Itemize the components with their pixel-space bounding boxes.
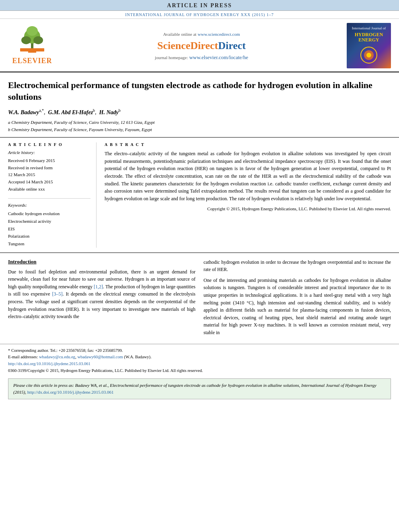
- ref-link-2[interactable]: [3–5]: [52, 291, 63, 297]
- cover-big-title: HYDROGEN ENERGY: [350, 32, 388, 43]
- article-body: Introduction Due to fossil fuel depletio…: [0, 253, 399, 344]
- keyword-2: Electrochemical activity: [8, 218, 90, 225]
- sciencedirect-logo: ScienceDirectDirect: [157, 40, 246, 52]
- received-revised-label: Received in revised form: [8, 164, 90, 172]
- keyword-5: Tungsten: [8, 240, 90, 248]
- svg-point-9: [366, 53, 371, 58]
- issn-line: 0360-3199/Copyright © 2015, Hydrogen Ene…: [8, 368, 391, 374]
- abstract-text: The electro–catalytic activity of the tu…: [105, 150, 391, 202]
- article-info-heading: A R T I C L E I N F O: [8, 142, 90, 147]
- svg-point-5: [27, 26, 38, 36]
- authors-line: W.A. Badawya,*, G.M. Abd El-Hafezb, H. N…: [8, 108, 391, 116]
- author2-name: G.M. Abd El-Hafez: [48, 109, 93, 115]
- svg-point-4: [33, 36, 43, 44]
- right-para2: One of the interesting and promising mat…: [204, 277, 391, 337]
- article-info-column: A R T I C L E I N F O Article history: R…: [8, 142, 97, 247]
- keyword-4: Polarization: [8, 232, 90, 240]
- journal-homepage-line: journal homepage: www.elsevier.com/locat…: [155, 54, 248, 61]
- available-online: Available online xxx: [8, 186, 90, 193]
- right-para1: cathodic hydrogen evolution in order to …: [204, 259, 391, 273]
- email1-link[interactable]: wbadawy@cu.edu.eg: [39, 355, 75, 359]
- introduction-heading: Introduction: [8, 259, 195, 265]
- email2-link[interactable]: wbadawy60@hotmail.com: [77, 355, 123, 359]
- body-right-column: cathodic hydrogen evolution in order to …: [204, 259, 391, 340]
- accepted-date: Accepted 14 March 2015: [8, 179, 90, 186]
- affil-b: b Chemistry Department, Faculty of Scien…: [8, 126, 391, 134]
- elsevier-wordmark: ELSEVIER: [12, 57, 52, 65]
- doi-link[interactable]: http://dx.doi.org/10.1016/j.ijhydene.201…: [8, 362, 90, 366]
- email-addresses-line: E-mail addresses: wbadawy@cu.edu.eg, wba…: [8, 354, 391, 361]
- keywords-section: Keywords: Cathodic hydrogen evolution El…: [8, 198, 90, 247]
- keywords-label: Keywords:: [8, 203, 90, 207]
- author3-name: H. Nady: [99, 109, 119, 115]
- sciencedirect-url[interactable]: www.sciencedirect.com: [198, 32, 240, 37]
- history-label: Article history:: [8, 150, 90, 155]
- introduction-para1: Due to fossil fuel depletion and environ…: [8, 268, 195, 320]
- header-center: Available online at www.sciencedirect.co…: [60, 23, 343, 68]
- cover-title: International Journal of: [352, 26, 386, 31]
- author1-name: W.A. Badawy: [8, 109, 39, 115]
- article-title-section: Electrochemical performance of tungsten …: [0, 72, 399, 138]
- journal-homepage-url[interactable]: www.elsevier.com/locate/he: [189, 54, 248, 60]
- cover-graphic: [359, 45, 379, 65]
- affiliations: a Chemistry Department, Faculty of Scien…: [8, 119, 391, 133]
- elsevier-tree-icon: [16, 26, 48, 55]
- corresponding-author: * Corresponding author. Tel.: +20 235676…: [8, 347, 391, 354]
- available-online-text: Available online at www.sciencedirect.co…: [163, 31, 240, 37]
- abstract-copyright: Copyright © 2015, Hydrogen Energy Public…: [105, 205, 391, 212]
- article-title: Electrochemical performance of tungsten …: [8, 80, 391, 103]
- doi-link-line: http://dx.doi.org/10.1016/j.ijhydene.201…: [8, 361, 391, 368]
- journal-name-bar: INTERNATIONAL JOURNAL OF HYDROGEN ENERGY…: [0, 11, 399, 19]
- header-area: ELSEVIER Available online at www.science…: [0, 19, 399, 72]
- article-history: Article history: Received 6 February 201…: [8, 150, 90, 193]
- svg-rect-6: [20, 48, 44, 51]
- received-revised-date: 12 March 2015: [8, 171, 90, 179]
- article-in-press-banner: ARTICLE IN PRESS: [0, 0, 399, 11]
- footnotes-section: * Corresponding author. Tel.: +20 235676…: [0, 344, 399, 376]
- svg-point-3: [21, 36, 31, 44]
- journal-cover-thumbnail: International Journal of HYDROGEN ENERGY: [347, 23, 391, 68]
- keyword-1: Cathodic hydrogen evolution: [8, 210, 90, 218]
- article-info-abstract-section: A R T I C L E I N F O Article history: R…: [0, 138, 399, 253]
- cite-doi-link[interactable]: http://dx.doi.org/10.1016/j.ijhydene.201…: [27, 390, 114, 394]
- ref-link-1[interactable]: [1,2]: [94, 284, 103, 290]
- citation-box: Please cite this article in press as: Ba…: [8, 378, 391, 399]
- abstract-column: A B S T R A C T The electro–catalytic ac…: [105, 142, 391, 247]
- received-date-1: Received 6 February 2015: [8, 157, 90, 164]
- abstract-heading: A B S T R A C T: [105, 142, 391, 147]
- elsevier-logo: ELSEVIER: [8, 23, 56, 68]
- body-left-column: Introduction Due to fossil fuel depletio…: [8, 259, 195, 340]
- keyword-3: EIS: [8, 225, 90, 233]
- affil-a: a Chemistry Department, Faculty of Scien…: [8, 119, 391, 126]
